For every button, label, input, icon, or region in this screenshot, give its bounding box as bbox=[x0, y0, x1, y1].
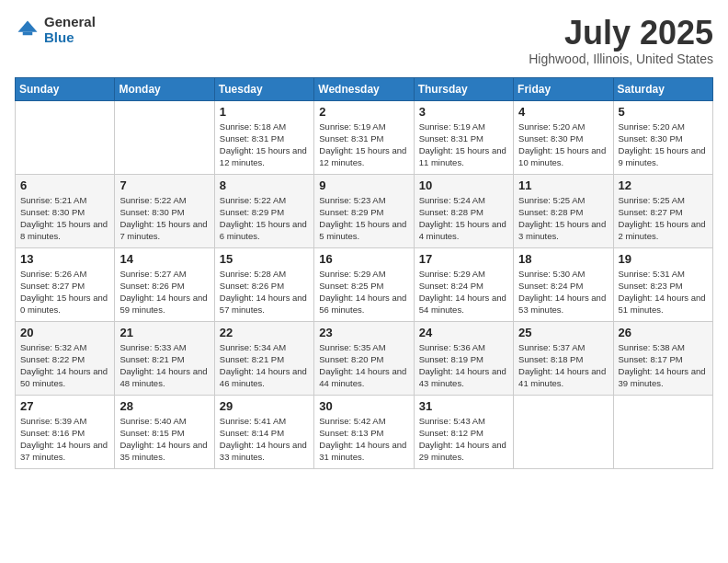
day-info: Sunrise: 5:19 AMSunset: 8:31 PMDaylight:… bbox=[419, 121, 508, 169]
calendar-cell: 6Sunrise: 5:21 AMSunset: 8:30 PMDaylight… bbox=[16, 174, 115, 247]
calendar-cell: 20Sunrise: 5:32 AMSunset: 8:22 PMDayligh… bbox=[16, 321, 115, 395]
logo-general: General bbox=[44, 15, 96, 30]
calendar-cell: 15Sunrise: 5:28 AMSunset: 8:26 PMDayligh… bbox=[214, 247, 313, 321]
day-info: Sunrise: 5:32 AMSunset: 8:22 PMDaylight:… bbox=[20, 341, 109, 390]
day-info: Sunrise: 5:43 AMSunset: 8:12 PMDaylight:… bbox=[419, 415, 508, 464]
day-number: 28 bbox=[119, 399, 209, 413]
day-number: 5 bbox=[619, 105, 708, 119]
day-number: 18 bbox=[518, 252, 608, 266]
day-number: 27 bbox=[20, 399, 109, 413]
calendar-cell: 10Sunrise: 5:24 AMSunset: 8:28 PMDayligh… bbox=[414, 174, 513, 247]
logo-blue: Blue bbox=[44, 30, 96, 46]
day-number: 6 bbox=[20, 178, 109, 192]
svg-marker-0 bbox=[18, 20, 38, 31]
day-info: Sunrise: 5:19 AMSunset: 8:31 PMDaylight:… bbox=[319, 121, 408, 169]
calendar-body: 1Sunrise: 5:18 AMSunset: 8:31 PMDaylight… bbox=[16, 100, 713, 468]
day-number: 16 bbox=[319, 252, 408, 266]
day-info: Sunrise: 5:22 AMSunset: 8:29 PMDaylight:… bbox=[220, 194, 309, 243]
day-number: 19 bbox=[619, 252, 708, 266]
day-info: Sunrise: 5:22 AMSunset: 8:30 PMDaylight:… bbox=[119, 194, 209, 243]
calendar-cell: 22Sunrise: 5:34 AMSunset: 8:21 PMDayligh… bbox=[214, 321, 313, 395]
logo-text: General Blue bbox=[44, 15, 96, 45]
day-info: Sunrise: 5:28 AMSunset: 8:26 PMDaylight:… bbox=[220, 268, 309, 316]
day-info: Sunrise: 5:20 AMSunset: 8:30 PMDaylight:… bbox=[518, 121, 608, 169]
header-day: Monday bbox=[115, 77, 214, 100]
day-info: Sunrise: 5:35 AMSunset: 8:20 PMDaylight:… bbox=[319, 341, 408, 390]
day-number: 24 bbox=[419, 326, 508, 339]
calendar-cell: 3Sunrise: 5:19 AMSunset: 8:31 PMDaylight… bbox=[414, 100, 513, 174]
day-number: 29 bbox=[220, 399, 309, 413]
calendar-cell: 16Sunrise: 5:29 AMSunset: 8:25 PMDayligh… bbox=[314, 247, 414, 321]
header-row: SundayMondayTuesdayWednesdayThursdayFrid… bbox=[16, 77, 713, 100]
day-number: 1 bbox=[220, 105, 309, 119]
day-number: 11 bbox=[518, 178, 608, 192]
day-number: 13 bbox=[20, 252, 109, 266]
logo-icon bbox=[15, 17, 40, 43]
svg-rect-1 bbox=[23, 31, 33, 35]
day-info: Sunrise: 5:39 AMSunset: 8:16 PMDaylight:… bbox=[20, 415, 109, 464]
day-number: 9 bbox=[319, 178, 408, 192]
calendar-cell: 27Sunrise: 5:39 AMSunset: 8:16 PMDayligh… bbox=[16, 395, 115, 468]
calendar-cell: 5Sunrise: 5:20 AMSunset: 8:30 PMDaylight… bbox=[613, 100, 712, 174]
calendar-cell: 29Sunrise: 5:41 AMSunset: 8:14 PMDayligh… bbox=[214, 395, 313, 468]
day-number: 23 bbox=[319, 326, 408, 339]
calendar-cell: 31Sunrise: 5:43 AMSunset: 8:12 PMDayligh… bbox=[414, 395, 513, 468]
day-number: 22 bbox=[220, 326, 309, 339]
calendar-week-row: 20Sunrise: 5:32 AMSunset: 8:22 PMDayligh… bbox=[16, 321, 713, 395]
day-info: Sunrise: 5:27 AMSunset: 8:26 PMDaylight:… bbox=[119, 268, 209, 316]
location-title: Highwood, Illinois, United States bbox=[529, 52, 713, 66]
calendar-week-row: 13Sunrise: 5:26 AMSunset: 8:27 PMDayligh… bbox=[16, 247, 713, 321]
calendar-cell: 17Sunrise: 5:29 AMSunset: 8:24 PMDayligh… bbox=[414, 247, 513, 321]
calendar-cell: 13Sunrise: 5:26 AMSunset: 8:27 PMDayligh… bbox=[16, 247, 115, 321]
day-info: Sunrise: 5:24 AMSunset: 8:28 PMDaylight:… bbox=[419, 194, 508, 243]
day-info: Sunrise: 5:25 AMSunset: 8:27 PMDaylight:… bbox=[619, 194, 708, 243]
calendar-cell: 2Sunrise: 5:19 AMSunset: 8:31 PMDaylight… bbox=[314, 100, 414, 174]
day-info: Sunrise: 5:21 AMSunset: 8:30 PMDaylight:… bbox=[20, 194, 109, 243]
day-number: 3 bbox=[419, 105, 508, 119]
calendar-table: SundayMondayTuesdayWednesdayThursdayFrid… bbox=[15, 77, 713, 469]
day-info: Sunrise: 5:20 AMSunset: 8:30 PMDaylight:… bbox=[619, 121, 708, 169]
calendar-header: SundayMondayTuesdayWednesdayThursdayFrid… bbox=[16, 77, 713, 100]
calendar-cell: 12Sunrise: 5:25 AMSunset: 8:27 PMDayligh… bbox=[613, 174, 712, 247]
day-number: 26 bbox=[619, 326, 708, 339]
calendar-cell: 9Sunrise: 5:23 AMSunset: 8:29 PMDaylight… bbox=[314, 174, 414, 247]
calendar-week-row: 6Sunrise: 5:21 AMSunset: 8:30 PMDaylight… bbox=[16, 174, 713, 247]
day-number: 21 bbox=[119, 326, 209, 339]
calendar-cell: 4Sunrise: 5:20 AMSunset: 8:30 PMDaylight… bbox=[514, 100, 613, 174]
calendar-cell: 8Sunrise: 5:22 AMSunset: 8:29 PMDaylight… bbox=[214, 174, 313, 247]
calendar-cell: 24Sunrise: 5:36 AMSunset: 8:19 PMDayligh… bbox=[414, 321, 513, 395]
calendar-cell: 19Sunrise: 5:31 AMSunset: 8:23 PMDayligh… bbox=[613, 247, 712, 321]
day-info: Sunrise: 5:37 AMSunset: 8:18 PMDaylight:… bbox=[518, 341, 608, 390]
calendar-cell: 25Sunrise: 5:37 AMSunset: 8:18 PMDayligh… bbox=[514, 321, 613, 395]
day-info: Sunrise: 5:36 AMSunset: 8:19 PMDaylight:… bbox=[419, 341, 508, 390]
day-number: 12 bbox=[619, 178, 708, 192]
day-info: Sunrise: 5:38 AMSunset: 8:17 PMDaylight:… bbox=[619, 341, 708, 390]
day-info: Sunrise: 5:41 AMSunset: 8:14 PMDaylight:… bbox=[220, 415, 309, 464]
calendar-cell bbox=[514, 395, 613, 468]
header-day: Tuesday bbox=[214, 77, 313, 100]
day-number: 7 bbox=[119, 178, 209, 192]
day-number: 20 bbox=[20, 326, 109, 339]
logo: General Blue bbox=[15, 15, 96, 45]
calendar-cell: 7Sunrise: 5:22 AMSunset: 8:30 PMDaylight… bbox=[115, 174, 214, 247]
day-info: Sunrise: 5:34 AMSunset: 8:21 PMDaylight:… bbox=[220, 341, 309, 390]
day-number: 17 bbox=[419, 252, 508, 266]
day-info: Sunrise: 5:23 AMSunset: 8:29 PMDaylight:… bbox=[319, 194, 408, 243]
day-info: Sunrise: 5:18 AMSunset: 8:31 PMDaylight:… bbox=[220, 121, 309, 169]
day-info: Sunrise: 5:29 AMSunset: 8:25 PMDaylight:… bbox=[319, 268, 408, 316]
day-info: Sunrise: 5:25 AMSunset: 8:28 PMDaylight:… bbox=[518, 194, 608, 243]
calendar-cell: 30Sunrise: 5:42 AMSunset: 8:13 PMDayligh… bbox=[314, 395, 414, 468]
day-info: Sunrise: 5:30 AMSunset: 8:24 PMDaylight:… bbox=[518, 268, 608, 316]
calendar-cell: 1Sunrise: 5:18 AMSunset: 8:31 PMDaylight… bbox=[214, 100, 313, 174]
day-number: 31 bbox=[419, 399, 508, 413]
day-info: Sunrise: 5:31 AMSunset: 8:23 PMDaylight:… bbox=[619, 268, 708, 316]
calendar-cell bbox=[16, 100, 115, 174]
day-number: 30 bbox=[319, 399, 408, 413]
header-day: Thursday bbox=[414, 77, 513, 100]
header-day: Friday bbox=[514, 77, 613, 100]
day-number: 14 bbox=[119, 252, 209, 266]
day-number: 15 bbox=[220, 252, 309, 266]
header-day: Wednesday bbox=[314, 77, 414, 100]
header-day: Sunday bbox=[16, 77, 115, 100]
page-header: General Blue July 2025 Highwood, Illinoi… bbox=[15, 15, 713, 66]
